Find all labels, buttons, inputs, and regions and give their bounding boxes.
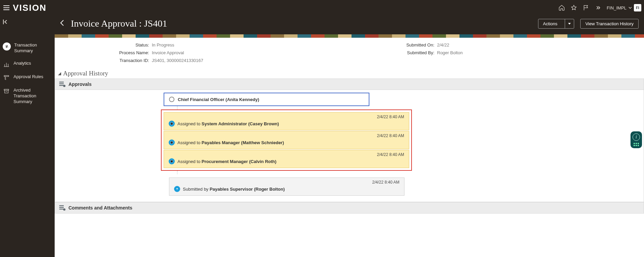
timestamp: 2/4/22 8:40 AM <box>169 115 404 119</box>
comments-band: Comments and Attachments <box>55 202 644 214</box>
timestamp: 2/4/22 8:40 AM <box>169 133 404 138</box>
sidebar-item-label: Analytics <box>13 61 31 66</box>
list-icon <box>58 204 66 211</box>
star-icon[interactable] <box>570 4 578 11</box>
user-label: FIN_IMPL <box>607 5 626 10</box>
submitted-on-value: 2/4/22 <box>437 42 449 47</box>
analytics-icon <box>3 61 10 67</box>
transaction-id-value: JS401, 300000241330167 <box>152 58 203 63</box>
assigned-prefix: Assigned to <box>177 121 200 126</box>
actions-caret-icon[interactable] <box>565 19 574 28</box>
clock-icon <box>169 121 175 127</box>
sidebar-item-transaction-summary[interactable]: Transaction Summary <box>0 39 55 57</box>
sidebar-collapse-icon[interactable] <box>3 20 9 26</box>
approval-history-title: Approval History <box>63 70 108 77</box>
user-avatar: FI <box>634 4 641 11</box>
flag-icon[interactable] <box>582 4 590 11</box>
approval-node-pending[interactable]: 2/4/22 8:40 AM Assigned to System Admini… <box>164 112 409 130</box>
view-transaction-history-button[interactable]: View Transaction History <box>580 19 639 29</box>
svg-rect-12 <box>59 85 64 86</box>
page-title: Invoice Approval : JS401 <box>71 18 167 29</box>
swap-icon <box>3 42 11 51</box>
approvals-band: Approvals <box>55 78 644 90</box>
svg-rect-9 <box>4 89 9 90</box>
svg-rect-10 <box>59 82 64 83</box>
collapse-triangle-icon: ◢ <box>58 71 61 76</box>
submitter-name: Payables Supervisor (Roger Bolton) <box>210 187 285 192</box>
keypad-icon <box>634 143 639 146</box>
svg-rect-17 <box>59 205 64 206</box>
submitted-on-label: Submitted On: <box>349 42 437 47</box>
help-widget[interactable]: i <box>631 131 642 148</box>
list-icon <box>58 81 66 88</box>
sidebar-item-approval-rules[interactable]: Approval Rules <box>0 71 55 84</box>
app-logo: VISION <box>13 3 47 13</box>
svg-rect-19 <box>59 209 64 210</box>
assigned-prefix: Assigned to <box>177 159 200 164</box>
clock-icon <box>169 158 175 164</box>
pending-circle-icon <box>169 97 174 102</box>
submitted-prefix: Submitted by <box>183 187 208 192</box>
clock-icon <box>169 139 175 146</box>
timestamp: 2/4/22 8:40 AM <box>169 152 404 157</box>
sidebar-item-label: Approval Rules <box>13 74 43 80</box>
assignee-name: Procurement Manager (Calvin Roth) <box>202 159 277 164</box>
hamburger-menu-icon[interactable] <box>1 3 11 13</box>
rules-icon <box>3 75 10 81</box>
archive-icon <box>3 88 10 94</box>
approval-node-cfo[interactable]: Chief Financial Officer (Anita Kennedy) <box>164 93 369 106</box>
status-label: Status: <box>64 42 152 47</box>
sidebar-item-label: Transaction Summary <box>14 42 52 54</box>
transaction-id-label: Transaction ID: <box>64 58 152 63</box>
home-icon[interactable] <box>558 4 565 11</box>
submitted-by-label: Submitted By: <box>349 50 437 55</box>
back-icon[interactable] <box>59 19 65 28</box>
svg-rect-18 <box>59 207 64 208</box>
assignee-name: Payables Manager (Matthew Schnieder) <box>202 140 284 145</box>
actions-button[interactable]: Actions <box>538 19 575 29</box>
approval-node-pending[interactable]: 2/4/22 8:40 AM Assigned to Payables Mana… <box>164 131 409 149</box>
svg-point-20 <box>63 208 65 211</box>
svg-rect-11 <box>59 84 64 85</box>
chevron-down-icon <box>628 6 632 9</box>
approvals-label: Approvals <box>68 82 91 87</box>
process-name-label: Process Name: <box>64 50 152 55</box>
more-icon[interactable] <box>594 4 602 11</box>
info-icon: i <box>633 133 640 141</box>
arrow-up-icon <box>174 186 180 192</box>
svg-point-13 <box>63 85 65 87</box>
timestamp: 2/4/22 8:40 AM <box>174 180 399 185</box>
pending-assignments-group: 2/4/22 8:40 AM Assigned to System Admini… <box>161 109 412 171</box>
user-menu[interactable]: FIN_IMPL FI <box>607 4 641 11</box>
sidebar-item-analytics[interactable]: Analytics <box>0 57 55 71</box>
approval-node-pending[interactable]: 2/4/22 8:40 AM Assigned to Procurement M… <box>164 150 409 168</box>
assigned-prefix: Assigned to <box>177 140 200 145</box>
assignee-name: System Administrator (Casey Brown) <box>202 121 279 126</box>
process-name-value: Invoice Approval <box>152 50 184 55</box>
connector-line <box>177 171 404 174</box>
sidebar-item-label: Archived Transaction Summary <box>13 88 52 105</box>
approval-history-toggle[interactable]: ◢ Approval History <box>55 68 644 78</box>
svg-rect-8 <box>4 75 9 76</box>
decorative-strip <box>55 34 644 38</box>
approval-node-submitted[interactable]: 2/4/22 8:40 AM Submitted by Payables Sup… <box>169 178 404 196</box>
connector-line <box>177 106 404 109</box>
status-value: In Progress <box>152 42 174 47</box>
cfo-name: Chief Financial Officer (Anita Kennedy) <box>178 97 259 102</box>
actions-label: Actions <box>538 19 562 28</box>
sidebar-item-archived-transaction-summary[interactable]: Archived Transaction Summary <box>0 84 55 108</box>
submitted-by-value: Roger Bolton <box>437 50 463 55</box>
comments-label: Comments and Attachments <box>68 205 132 211</box>
